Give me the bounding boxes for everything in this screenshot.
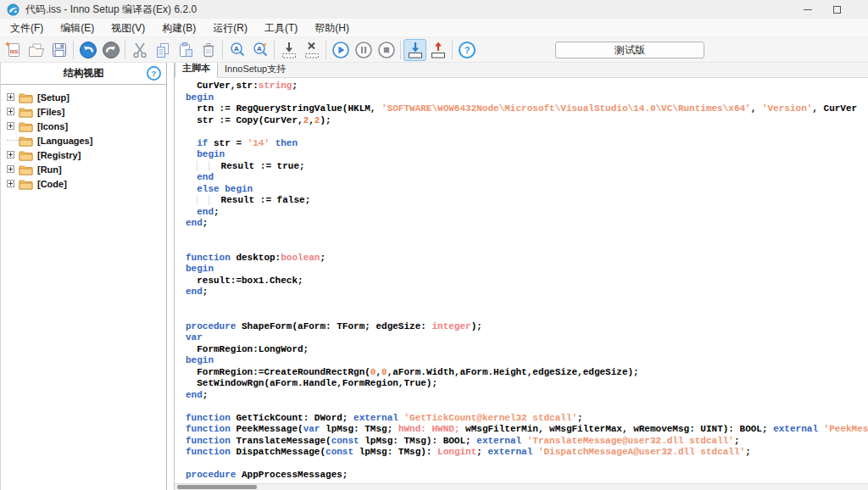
tree-item-code[interactable]: [Code] [1,176,166,191]
save-icon [50,41,69,59]
run-button[interactable] [329,39,352,61]
code-line: function DispatchMessage(const lpMsg: TM… [186,447,868,459]
structure-sidebar: 结构视图 ? [Setup] [Files] [Icons] [Language… [0,63,167,490]
tree-item-label: [Icons] [37,121,68,131]
code-line: SetWindowRgn(aForm.Handle,FormRegion,Tru… [186,378,868,390]
toolbar-separator [400,41,401,59]
minimize-button[interactable] [793,0,822,19]
expand-plus-icon[interactable] [7,180,14,187]
code-line: procedure AppProcessMessages; [186,470,868,482]
tree-item-registry[interactable]: [Registry] [1,148,166,162]
code-editor[interactable]: CurVer,str:string;begin rtn := RegQueryS… [175,78,868,483]
stop-compile-button[interactable] [300,39,323,61]
window-title: 代码.iss - Inno Setup 编译器(Ex) 6.2.0 [25,3,197,17]
tree-item-label: [Code] [37,179,67,189]
menu-item[interactable]: 帮助(H) [306,19,358,37]
code-line: FormRegion:LongWord; [186,344,868,356]
tree-item-label: [Run] [37,164,62,175]
code-line: else begin [186,184,868,196]
menu-bar: 文件(F)编辑(E)视图(V)构建(B)运行(R)工具(T)帮助(H) [0,19,868,37]
code-line: end; [186,287,868,298]
cut-icon [131,41,149,59]
menu-item[interactable]: 文件(F) [2,19,52,37]
find-button[interactable]: A [225,39,248,61]
code-line: function GetTickCount: DWord; external '… [186,413,868,425]
code-line: end; [186,390,868,402]
code-line: function PeekMessage(var lpMsg: TMsg; hW… [186,424,868,436]
maximize-button[interactable] [822,0,851,19]
paste-button[interactable] [174,39,197,61]
new-script-button[interactable]: ISS [2,39,25,61]
expand-plus-icon[interactable] [7,93,14,101]
code-line [186,241,868,253]
code-line: function desktop:boolean; [186,253,868,264]
copy-icon [153,41,172,59]
folder-icon [19,135,33,147]
tree-item-languages[interactable]: [Languages] [1,133,166,148]
expand-plus-icon[interactable] [7,108,14,115]
menu-item[interactable]: 编辑(E) [52,19,103,37]
folder-icon [19,178,33,190]
tree-item-label: [Files] [37,107,64,117]
code-line: function TranslateMessage(const lpMsg: T… [186,436,868,448]
tree-connector [7,140,19,141]
undo-icon [78,40,98,60]
toolbar-separator [274,41,275,59]
find-icon: A [228,41,247,59]
stop-button[interactable] [375,39,398,61]
tree-item-files[interactable]: [Files] [1,104,166,119]
menu-item[interactable]: 工具(T) [256,19,306,37]
stop-icon [376,40,397,60]
sidebar-title: 结构视图 [64,66,104,81]
tab-InnoSetup支持[interactable]: InnoSetup支持 [218,61,292,78]
folder-icon [19,106,33,118]
app-logo-icon [7,3,19,16]
test-version-button[interactable]: 测试版 [555,42,704,58]
redo-button[interactable] [99,39,122,61]
redo-icon [101,40,121,60]
code-line: begin [186,264,868,276]
cut-button[interactable] [128,39,151,61]
code-line: end; [186,207,868,219]
toolbar-separator [73,41,74,59]
toolbar-separator [222,41,223,59]
tree-item-icons[interactable]: [Icons] [1,119,166,133]
menu-item[interactable]: 构建(B) [153,19,204,37]
tree-item-run[interactable]: [Run] [1,162,166,176]
svg-text:A: A [234,45,239,53]
pause-button[interactable] [352,39,375,61]
tree-item-setup[interactable]: [Setup] [1,90,166,104]
tree-item-label: [Languages] [37,136,92,146]
open-button[interactable] [25,39,47,61]
save-button[interactable] [47,39,70,61]
export-button[interactable] [426,39,449,61]
horizontal-scrollbar-thumb[interactable] [177,485,257,489]
code-line: procedure ShapeForm(aForm: TForm; edgeSi… [186,321,868,333]
expand-plus-icon[interactable] [7,151,14,159]
compile-button[interactable] [277,39,300,61]
code-line: FormRegion:=CreateRoundRectRgn(0,0,aForm… [186,367,868,379]
menu-item[interactable]: 视图(V) [103,19,153,37]
expand-plus-icon[interactable] [7,165,14,173]
menu-item[interactable]: 运行(R) [204,19,256,37]
delete-button[interactable] [197,39,220,61]
folder-icon [19,149,33,161]
stop-compile-icon [302,40,322,60]
help-icon: ? [457,40,477,60]
replace-button[interactable]: A [248,39,271,61]
horizontal-scrollbar[interactable] [175,483,868,490]
editor-tab-bar: 主脚本InnoSetup支持 [175,63,868,78]
run-icon [331,40,351,60]
folder-icon [19,164,33,175]
sidebar-help-icon[interactable]: ? [146,65,162,81]
import-button[interactable] [403,39,426,61]
new-script-icon: ISS [4,41,23,59]
compile-icon [279,40,299,60]
expand-plus-icon[interactable] [7,122,14,130]
export-icon [428,40,448,60]
help-button[interactable]: ? [455,39,478,61]
tree-item-label: [Registry] [37,150,81,160]
copy-button[interactable] [151,39,174,61]
code-line: str := Copy(CurVer,2,2); [186,115,868,127]
undo-button[interactable] [76,39,99,61]
